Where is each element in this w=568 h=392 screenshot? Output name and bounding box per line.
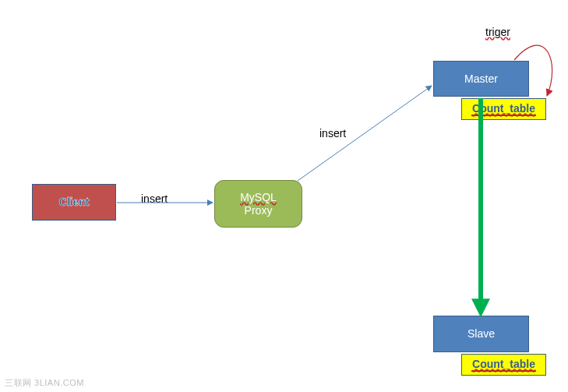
client-label: Client [59,196,90,209]
master-label: Master [464,72,498,86]
count-table-bottom: Count_table [461,354,546,376]
count-table-top-label: Count_table [471,102,536,117]
arrow-proxy-to-master [298,86,432,181]
diagram-canvas: Client MySQL Proxy Master Count_table Sl… [0,0,568,392]
slave-label: Slave [467,327,495,341]
watermark: 三联网 3LIAN.COM [5,377,84,389]
count-table-bottom-label: Count_table [471,358,536,373]
proxy-label-line1: MySQL [240,191,277,204]
client-node: Client [32,184,116,221]
proxy-label-line2: Proxy [245,204,273,217]
edge-label-proxy-master: insert [319,127,346,139]
mysql-proxy-node: MySQL Proxy [214,180,302,228]
edge-label-client-proxy: insert [141,192,168,205]
master-node: Master [433,61,529,97]
edge-label-trigger: triger [485,26,510,38]
slave-node: Slave [433,316,529,352]
count-table-top: Count_table [461,98,546,120]
